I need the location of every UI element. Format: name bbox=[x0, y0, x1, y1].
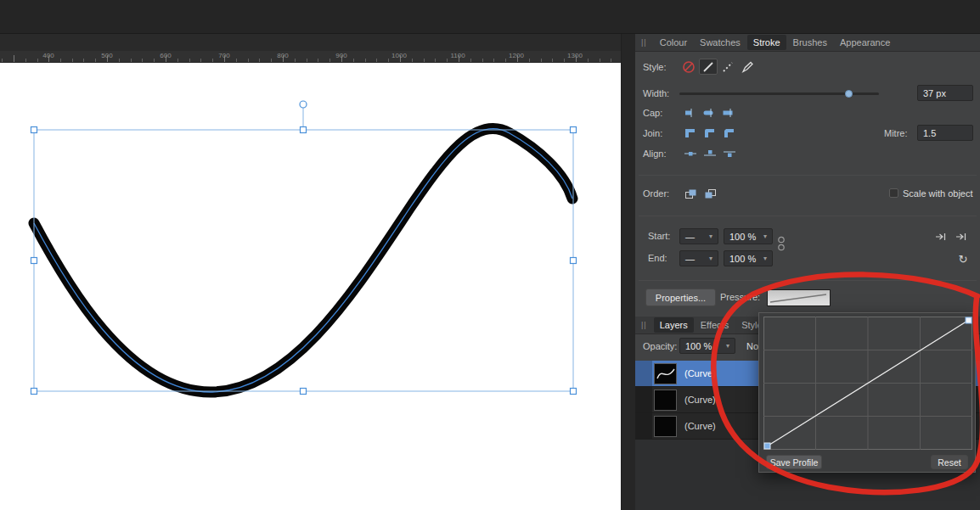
ruler-tick-label: 400 bbox=[42, 52, 54, 59]
layer-name: (Curve) bbox=[684, 421, 716, 431]
panel-grip-icon[interactable]: || bbox=[641, 38, 647, 47]
cap-square-icon bbox=[723, 108, 736, 118]
cap-round-button[interactable] bbox=[701, 105, 719, 120]
cap-round-icon bbox=[703, 108, 717, 118]
chevron-down-icon: ▾ bbox=[763, 255, 767, 262]
selection-handle-bottom-left[interactable] bbox=[31, 389, 37, 395]
tab-appearance[interactable]: Appearance bbox=[834, 35, 896, 50]
layer-row-indent bbox=[635, 387, 652, 412]
application-window: × 400 500 600 700 800 900 1000 1100 1200… bbox=[0, 0, 980, 510]
sync-icon: ↻ bbox=[959, 253, 968, 266]
layer-thumbnail[interactable] bbox=[654, 416, 677, 437]
tab-effects[interactable]: Effects bbox=[695, 317, 735, 333]
ruler-tick-label: 500 bbox=[101, 52, 112, 59]
layer-thumbnail[interactable] bbox=[654, 390, 677, 411]
start-style-dropdown[interactable]: — ▾ bbox=[679, 228, 718, 244]
align-inside-button[interactable] bbox=[701, 146, 719, 160]
join-miter-icon bbox=[684, 127, 696, 138]
opacity-dropdown[interactable]: 100 % ▾ bbox=[679, 338, 735, 354]
selection-handle-top-mid[interactable] bbox=[301, 127, 307, 133]
brush-icon bbox=[741, 60, 754, 74]
pressure-profile-preview[interactable] bbox=[767, 289, 831, 306]
properties-button-label: Properties... bbox=[656, 293, 706, 303]
width-input[interactable]: 37 px bbox=[917, 85, 973, 101]
selection-handle-mid-left[interactable] bbox=[31, 258, 37, 264]
line-swatch-icon: — bbox=[685, 232, 695, 242]
cap-butt-button[interactable] bbox=[681, 105, 700, 120]
arrow-to-bar-icon bbox=[935, 233, 947, 241]
mitre-input[interactable]: 1.5 bbox=[917, 125, 973, 141]
selection-handle-top-right[interactable] bbox=[571, 127, 577, 133]
selection-handle-bottom-right[interactable] bbox=[571, 389, 577, 395]
tab-brushes[interactable]: Brushes bbox=[787, 35, 833, 50]
align-outside-button[interactable] bbox=[720, 146, 739, 160]
scale-with-object-label: Scale with object bbox=[903, 188, 973, 199]
start-pressure-dropdown[interactable]: 100 % ▾ bbox=[724, 228, 773, 244]
tab-stroke[interactable]: Stroke bbox=[747, 35, 786, 50]
join-bevel-button[interactable] bbox=[720, 126, 739, 140]
link-pressures-icon[interactable] bbox=[777, 234, 786, 256]
ruler-major-ticks bbox=[0, 55, 621, 62]
selection-handle-mid-right[interactable] bbox=[571, 258, 577, 264]
opacity-label: Opacity: bbox=[643, 341, 677, 351]
chevron-down-icon: ▾ bbox=[763, 233, 767, 240]
curve-stroke[interactable] bbox=[34, 128, 572, 392]
end-pressure-dropdown[interactable]: 100 % ▾ bbox=[724, 250, 773, 266]
horizontal-ruler: 400 500 600 700 800 900 1000 1100 1200 1… bbox=[0, 51, 621, 63]
reset-button[interactable]: Reset bbox=[931, 455, 968, 469]
chevron-down-icon: ▾ bbox=[726, 342, 729, 350]
top-toolbar bbox=[0, 0, 980, 34]
align-label: Align: bbox=[643, 149, 667, 159]
tab-colour[interactable]: Colour bbox=[654, 35, 693, 50]
pressure-curve-editor[interactable] bbox=[763, 317, 972, 450]
layer-thumbnail[interactable] bbox=[654, 363, 677, 384]
panel-grip-icon[interactable]: || bbox=[641, 321, 647, 329]
section-separator bbox=[639, 280, 977, 281]
scale-with-object-checkbox[interactable] bbox=[889, 188, 898, 198]
blend-mode-dropdown[interactable]: No bbox=[746, 341, 758, 351]
sync-button[interactable]: ↻ bbox=[955, 251, 972, 266]
join-miter-button[interactable] bbox=[681, 126, 700, 140]
end-style-dropdown[interactable]: — ▾ bbox=[679, 250, 718, 266]
swap-end-button[interactable] bbox=[952, 230, 970, 244]
start-label: Start: bbox=[648, 231, 670, 241]
mitre-value: 1.5 bbox=[923, 128, 936, 138]
layer-name: (Curve) bbox=[684, 368, 716, 378]
align-center-button[interactable] bbox=[681, 146, 700, 160]
arrow-to-bar-icon bbox=[955, 233, 967, 241]
cap-butt-icon bbox=[684, 108, 697, 118]
selection-handle-bottom-mid[interactable] bbox=[301, 389, 307, 395]
selection-handle-top-left[interactable] bbox=[31, 127, 37, 133]
chevron-down-icon: ▾ bbox=[709, 233, 712, 240]
pressure-node-end[interactable] bbox=[966, 317, 972, 323]
tab-layers[interactable]: Layers bbox=[654, 317, 694, 333]
join-round-button[interactable] bbox=[701, 126, 719, 140]
swap-start-button[interactable] bbox=[932, 230, 949, 244]
join-round-icon bbox=[704, 127, 716, 138]
rotation-handle[interactable] bbox=[300, 101, 307, 108]
width-slider-knob[interactable] bbox=[845, 90, 853, 98]
stroke-style-solid-button[interactable] bbox=[699, 59, 718, 75]
pressure-preview-line bbox=[768, 290, 830, 305]
canvas[interactable] bbox=[0, 63, 621, 510]
order-front-button[interactable] bbox=[681, 186, 700, 201]
pressure-node-start[interactable] bbox=[764, 443, 770, 449]
layer-row-indent bbox=[635, 413, 652, 439]
save-profile-label: Save Profile bbox=[770, 457, 819, 468]
cap-label: Cap: bbox=[643, 108, 662, 118]
start-pressure-value: 100 % bbox=[729, 232, 756, 242]
dashed-stroke-icon bbox=[721, 60, 735, 74]
stroke-style-texture-button[interactable] bbox=[738, 59, 757, 75]
tab-swatches[interactable]: Swatches bbox=[694, 35, 746, 50]
style-label: Style: bbox=[643, 62, 667, 72]
stroke-style-none-button[interactable] bbox=[679, 59, 698, 75]
save-profile-button[interactable]: Save Profile bbox=[766, 455, 822, 469]
order-front-icon bbox=[684, 188, 697, 199]
properties-button[interactable]: Properties... bbox=[645, 289, 716, 306]
order-behind-button[interactable] bbox=[701, 186, 719, 201]
stroke-style-dashed-button[interactable] bbox=[718, 59, 737, 75]
ruler-tick-label: 800 bbox=[277, 52, 288, 59]
no-stroke-icon bbox=[682, 60, 696, 74]
document-tab-bar: × bbox=[0, 34, 635, 51]
cap-square-button[interactable] bbox=[720, 105, 739, 120]
